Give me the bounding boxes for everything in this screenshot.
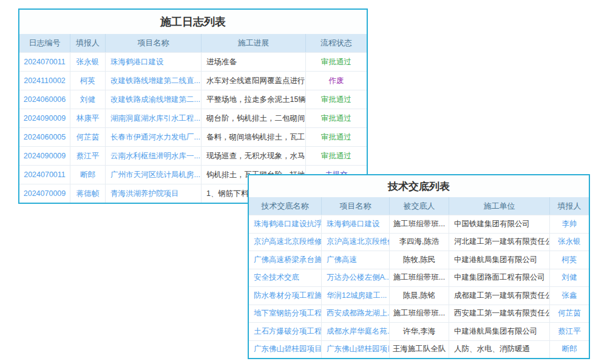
project-link[interactable]: 改建铁路成渝线增建第二... xyxy=(106,90,202,109)
log-id-link[interactable]: 2024070009 xyxy=(19,184,70,203)
table-row: 地下室钢筋分项工程... 西安成都路龙湖上... 施工班组带班... 西安建工第… xyxy=(249,305,589,323)
progress-text: 进场准备 xyxy=(202,53,306,71)
table-row: 京沪高速北京段维修... 京沪高速北京段维修 李四海,陈浩 河北建工第一建筑有限… xyxy=(249,233,589,251)
project-link[interactable]: 广佛高速 xyxy=(322,251,390,269)
reporter-link[interactable]: 断郎 xyxy=(550,341,589,359)
construction-unit-text: 中建集团路面工程有限公司 xyxy=(449,269,550,287)
reporter-link[interactable]: 何芷茵 xyxy=(550,305,589,323)
table-row: 2024090009 蔡江平 云南水利枢纽潜明水库一... 现场巡查，无积水现象… xyxy=(19,146,367,165)
reporter-link[interactable]: 刘健 xyxy=(70,90,106,109)
project-link[interactable]: 改建铁路线增建第二线直... xyxy=(106,72,202,90)
reporter-link[interactable]: 李帅 xyxy=(550,215,589,233)
log-id-link[interactable]: 2024090009 xyxy=(19,109,70,127)
log-id-link[interactable]: 2024060005 xyxy=(19,128,70,146)
project-link[interactable]: 广州市天河区统计局机房... xyxy=(106,166,202,184)
header-project-name: 项目名称 xyxy=(106,34,202,52)
reporter-link[interactable]: 柯英 xyxy=(70,72,106,90)
progress-text: 备料，砌间墙钩机排土，瓦工... xyxy=(202,128,306,146)
construction-unit-text: 中国铁建集团有限公司 xyxy=(449,215,550,233)
reporter-link[interactable]: 张永银 xyxy=(70,53,106,71)
disclosure-name-link[interactable]: 地下室钢筋分项工程... xyxy=(249,305,322,323)
project-link[interactable]: 成都水岸华庭名苑... xyxy=(322,323,390,340)
receiver-text: 李四海,陈浩 xyxy=(390,234,449,251)
reporter-link[interactable]: 断郎 xyxy=(70,166,106,184)
project-link[interactable]: 万达办公楼左侧A... xyxy=(322,269,390,287)
construction-log-header-row: 日志编号 填报人 项目名称 施工进展 流程状态 xyxy=(19,34,367,52)
status-badge: 审批通过 xyxy=(306,109,367,127)
receiver-text: 施工班组带班... xyxy=(390,215,449,233)
reporter-link[interactable]: 林康平 xyxy=(70,109,106,127)
project-link[interactable]: 青海洪湖养护院项目 xyxy=(106,184,202,203)
project-link[interactable]: 华润12城房建工... xyxy=(322,287,390,305)
header-construction-unit: 施工单位 xyxy=(449,197,550,215)
reporter-link[interactable]: 蒋德帧 xyxy=(70,184,106,203)
reporter-link[interactable]: 刘健 xyxy=(550,269,589,287)
disclosure-name-link[interactable]: 广东佛山碧桂园项目... xyxy=(249,341,322,359)
construction-unit-text: 中建港航局集团有限公司 xyxy=(449,323,550,340)
header-receiver: 被交底人 xyxy=(390,197,449,215)
table-row: 2024070011 张永银 珠海鹤港口建设 进场准备 审批通过 xyxy=(19,52,367,71)
project-link[interactable]: 西安成都路龙湖上... xyxy=(322,305,390,323)
log-id-link[interactable]: 2024060006 xyxy=(19,90,70,109)
reporter-link[interactable]: 何芷茵 xyxy=(70,128,106,146)
log-id-link[interactable]: 2024090009 xyxy=(19,147,70,165)
construction-unit-text: 成都建工第一建筑有限责任公司 xyxy=(449,287,550,305)
receiver-text: 王海施工队全队 xyxy=(390,341,449,359)
table-row: 2024090009 林康平 湖南洞庭湖水库引水工程... 砌台阶，钩机排土，二… xyxy=(19,109,367,127)
disclosure-name-link[interactable]: 防水卷材分项工程施... xyxy=(249,287,322,305)
log-id-link[interactable]: 2024110002 xyxy=(19,72,70,90)
table-row: 2024110002 柯英 改建铁路线增建第二线直... 水车对全线遮阳网覆盖点… xyxy=(19,71,367,90)
construction-unit-text: 河北建工第一建筑有限责任公司 xyxy=(449,234,550,251)
header-progress: 施工进展 xyxy=(202,34,306,52)
progress-text: 砌台阶，钩机排土，二包砌间... xyxy=(202,109,306,127)
receiver-text: 施工班组带班... xyxy=(390,305,449,323)
table-row: 2024060006 刘健 改建铁路成渝线增建第二... 平整场地，拉走多余泥土… xyxy=(19,90,367,109)
header-disclosure-name: 技术交底名称 xyxy=(249,197,322,215)
progress-text: 平整场地，拉走多余泥土15辆... xyxy=(202,90,306,109)
disclosure-name-link[interactable]: 珠海鹤港口建设抗浮... xyxy=(249,215,322,233)
reporter-link[interactable]: 蔡江平 xyxy=(550,323,589,340)
status-badge: 审批通过 xyxy=(306,128,367,146)
construction-unit-text: 西安建工第一建筑有限责任公司 xyxy=(449,305,550,323)
receiver-text: 施工班组带班... xyxy=(390,269,449,287)
table-row: 土石方爆破分项工程... 成都水岸华庭名苑... 许华,李海 中建港航局集团有限… xyxy=(249,322,589,340)
receiver-text: 许华,李海 xyxy=(390,323,449,340)
reporter-link[interactable]: 蔡江平 xyxy=(70,147,106,165)
reporter-link[interactable]: 张鑫 xyxy=(550,287,589,305)
disclosure-name-link[interactable]: 土石方爆破分项工程... xyxy=(249,323,322,340)
technical-disclosure-header-row: 技术交底名称 项目名称 被交底人 施工单位 填报人 xyxy=(249,197,589,215)
disclosure-name-link[interactable]: 京沪高速北京段维修... xyxy=(249,234,322,251)
disclosure-name-link[interactable]: 安全技术交底 xyxy=(249,269,322,287)
header-status: 流程状态 xyxy=(306,34,367,52)
project-link[interactable]: 云南水利枢纽潜明水库一... xyxy=(106,147,202,165)
project-link[interactable]: 长春市伊通河水力发电厂... xyxy=(106,128,202,146)
construction-log-title: 施工日志列表 xyxy=(19,10,367,34)
log-id-link[interactable]: 2024070011 xyxy=(19,166,70,184)
receiver-text: 陈牧,陈民 xyxy=(390,251,449,269)
project-link[interactable]: 湖南洞庭湖水库引水工程... xyxy=(106,109,202,127)
table-row: 安全技术交底 万达办公楼左侧A... 施工班组带班... 中建集团路面工程有限公… xyxy=(249,269,589,287)
table-row: 2024060005 何芷茵 长春市伊通河水力发电厂... 备料，砌间墙钩机排土… xyxy=(19,127,367,146)
receiver-text: 陈晨,陈铭 xyxy=(390,287,449,305)
header-reporter: 填报人 xyxy=(70,34,106,52)
table-row: 珠海鹤港口建设抗浮... 珠海鹤港口建设 施工班组带班... 中国铁建集团有限公… xyxy=(249,215,589,233)
project-link[interactable]: 珠海鹤港口建设 xyxy=(106,53,202,71)
status-badge: 审批通过 xyxy=(306,53,367,71)
construction-unit-text: 人防、水电、消防暖通 xyxy=(449,341,550,359)
log-id-link[interactable]: 2024070011 xyxy=(19,53,70,71)
status-badge: 审批通过 xyxy=(306,90,367,109)
disclosure-name-link[interactable]: 广佛高速桥梁承台施... xyxy=(249,251,322,269)
reporter-link[interactable]: 柯英 xyxy=(550,251,589,269)
status-badge: 作废 xyxy=(306,72,367,90)
project-link[interactable]: 珠海鹤港口建设 xyxy=(322,215,390,233)
project-link[interactable]: 广东佛山碧桂园项目 xyxy=(322,341,390,359)
header-project-name: 项目名称 xyxy=(322,197,390,215)
header-reporter: 填报人 xyxy=(550,197,589,215)
progress-text: 现场巡查，无积水现象，水马... xyxy=(202,147,306,165)
construction-unit-text: 中建港航局集团有限公司 xyxy=(449,251,550,269)
technical-disclosure-title: 技术交底列表 xyxy=(249,175,589,197)
table-row: 广东佛山碧桂园项目... 广东佛山碧桂园项目 王海施工队全队 人防、水电、消防暖… xyxy=(249,340,589,359)
reporter-link[interactable]: 张永银 xyxy=(550,234,589,251)
status-badge: 审批通过 xyxy=(306,147,367,165)
project-link[interactable]: 京沪高速北京段维修 xyxy=(322,234,390,251)
